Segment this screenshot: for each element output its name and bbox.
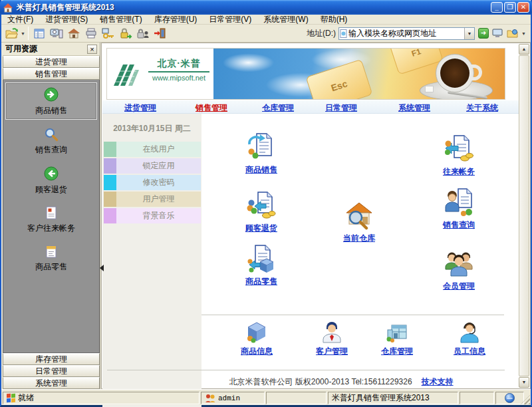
exit-button[interactable] bbox=[152, 25, 169, 41]
close-button[interactable]: ✕ bbox=[517, 2, 529, 13]
nav-link-purchase[interactable]: 进货管理 bbox=[124, 102, 156, 114]
sidebar-tab-system[interactable]: 系统管理 bbox=[3, 377, 100, 389]
menu-purchase[interactable]: 进货管理(S) bbox=[39, 15, 94, 25]
home-icon bbox=[67, 27, 80, 40]
permission-keys-button[interactable] bbox=[100, 25, 117, 41]
sidebar-tab-purchase[interactable]: 进货管理 bbox=[3, 56, 100, 68]
nav-link-daily[interactable]: 日常管理 bbox=[325, 102, 357, 114]
address-go-button[interactable]: ➜ bbox=[477, 27, 489, 39]
sidebar-close-button[interactable]: × bbox=[87, 45, 97, 54]
footer: 北京米普软件公司 版权2000-2013 Tel:15611229326技术支持 bbox=[175, 376, 507, 388]
green-arrow-right-icon bbox=[43, 86, 59, 102]
module-employee-info[interactable]: 员工信息 bbox=[440, 321, 499, 357]
form-view-button[interactable] bbox=[31, 25, 48, 41]
address-input[interactable] bbox=[348, 29, 464, 39]
toolbar: ▼ 地址(D:) ▼ bbox=[1, 25, 531, 43]
magnifier-icon bbox=[44, 127, 59, 142]
address-combobox[interactable]: ▼ bbox=[338, 27, 475, 40]
sidebar-tab-daily[interactable]: 日常管理 bbox=[3, 365, 100, 377]
module-current-warehouse[interactable]: 当前仓库 bbox=[329, 201, 389, 244]
sidebar-tab-inventory[interactable]: 库存管理 bbox=[3, 353, 100, 365]
quick-item-change-password[interactable]: 修改密码 bbox=[104, 175, 201, 190]
sidebar-item-customer-returns[interactable]: 顾客退货 bbox=[5, 162, 97, 198]
quick-item-online-users[interactable]: 在线用户 bbox=[104, 142, 201, 157]
minimize-button[interactable]: _ bbox=[491, 2, 503, 13]
scroll-thumb[interactable] bbox=[519, 55, 529, 376]
nav-link-system[interactable]: 系统管理 bbox=[398, 102, 430, 114]
sidebar-item-product-retail[interactable]: 商品零售 bbox=[5, 241, 97, 275]
sidebar: 可用资源 × 进货管理 销售管理 商品销售 销售查询 顾客退货 客户往来帐务 bbox=[3, 43, 100, 389]
copyright-text: 北京米普软件公司 版权2000-2013 Tel:15611229326 bbox=[229, 377, 412, 386]
go-icon: ➜ bbox=[478, 28, 489, 39]
people-group-icon bbox=[444, 249, 473, 278]
lock-icon bbox=[118, 27, 133, 40]
maximize-button[interactable]: ❐ bbox=[504, 2, 516, 13]
module-current-accounts[interactable]: 往来帐务 bbox=[429, 134, 489, 178]
nav-link-sales[interactable]: 销售管理 bbox=[196, 102, 227, 114]
form-view-icon bbox=[33, 27, 46, 40]
sidebar-collapse-arrow[interactable] bbox=[100, 265, 104, 271]
menu-file[interactable]: 文件(F) bbox=[1, 15, 39, 25]
lock-user-icon bbox=[136, 27, 150, 40]
title-bar: 米普灯具销售管理系统2013 _ ❐ ✕ bbox=[0, 0, 532, 15]
menu-help[interactable]: 帮助(H) bbox=[315, 15, 354, 25]
module-product-retail[interactable]: 商品零售 bbox=[231, 244, 291, 287]
print-button[interactable] bbox=[82, 25, 100, 41]
status-empty-panel-2 bbox=[460, 392, 494, 404]
sidebar-tab-sales[interactable]: 销售管理 bbox=[3, 68, 100, 80]
vertical-scrollbar[interactable]: ▲ ▼ bbox=[519, 44, 529, 388]
web-folder-icon bbox=[507, 28, 519, 39]
home-button[interactable] bbox=[65, 25, 82, 41]
window-title: 米普灯具销售管理系统2013 bbox=[17, 2, 114, 13]
webfolder-dropdown[interactable]: ▼ bbox=[521, 31, 527, 36]
sidebar-item-sales-query[interactable]: 销售查询 bbox=[5, 124, 97, 158]
change-password-button[interactable] bbox=[134, 25, 152, 41]
menu-inventory[interactable]: 库存管理(U) bbox=[148, 15, 203, 25]
system-computer-icon bbox=[49, 27, 64, 40]
quick-item-background-music[interactable]: 背景音乐 bbox=[104, 208, 201, 223]
scroll-up-button[interactable]: ▲ bbox=[519, 44, 529, 55]
status-empty-panel-1 bbox=[266, 392, 327, 404]
module-customer-management[interactable]: 客户管理 bbox=[302, 321, 362, 357]
status-user-panel: admin bbox=[201, 392, 265, 404]
open-folder-button[interactable] bbox=[3, 25, 21, 41]
status-ready-panel: 就绪 bbox=[3, 392, 200, 404]
nav-link-warehouse[interactable]: 仓库管理 bbox=[262, 102, 294, 114]
lock-app-button[interactable] bbox=[117, 25, 134, 41]
module-product-info[interactable]: 商品信息 bbox=[227, 321, 287, 357]
stripe bbox=[104, 192, 116, 207]
ledger-doc-icon bbox=[45, 205, 58, 220]
menu-system[interactable]: 系统管理(W) bbox=[257, 15, 314, 25]
sidebar-item-customer-accounts[interactable]: 客户往来帐务 bbox=[5, 202, 97, 237]
scroll-down-button[interactable]: ▼ bbox=[519, 377, 529, 388]
quick-item-user-management[interactable]: 用户管理 bbox=[104, 192, 201, 207]
address-connect-button[interactable] bbox=[492, 27, 504, 39]
brand-website: www.mipsoft.net bbox=[148, 74, 209, 82]
person-tie-icon bbox=[321, 321, 343, 343]
nav-link-about[interactable]: 关于系统 bbox=[466, 102, 498, 114]
tech-support-link[interactable]: 技术支持 bbox=[422, 377, 454, 386]
module-member-management[interactable]: 会员管理 bbox=[429, 249, 489, 292]
address-webfolder-button[interactable] bbox=[507, 27, 519, 39]
doc-sync-icon bbox=[247, 132, 276, 162]
module-product-sales[interactable]: 商品销售 bbox=[231, 132, 291, 176]
system-computer-button[interactable] bbox=[48, 25, 65, 41]
address-dropdown-arrow[interactable]: ▼ bbox=[464, 28, 474, 39]
windows-flag-icon bbox=[7, 394, 15, 402]
doc-box-icon bbox=[247, 244, 276, 273]
menu-sales[interactable]: 销售管理(T) bbox=[94, 15, 148, 25]
footer-divider-line bbox=[107, 370, 505, 370]
stripe bbox=[104, 208, 116, 223]
quick-item-lock-app[interactable]: 锁定应用 bbox=[104, 158, 201, 174]
green-arrow-left-icon bbox=[43, 166, 59, 182]
module-customer-returns[interactable]: 顾客退货 bbox=[231, 191, 291, 234]
brand-name: 北京·米普 bbox=[148, 58, 209, 72]
banner-image: Esc F1 bbox=[213, 49, 505, 99]
open-folder-dropdown[interactable]: ▼ bbox=[21, 31, 26, 36]
stripe bbox=[104, 158, 116, 174]
module-warehouse-management[interactable]: 仓库管理 bbox=[367, 321, 427, 357]
module-sales-query[interactable]: 销售查询 bbox=[429, 188, 489, 231]
sidebar-item-product-sales[interactable]: 商品销售 bbox=[5, 82, 97, 120]
menu-daily[interactable]: 日常管理(V) bbox=[203, 15, 257, 25]
stripe bbox=[104, 142, 116, 157]
